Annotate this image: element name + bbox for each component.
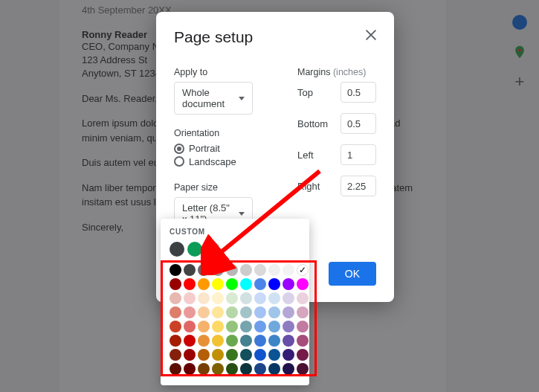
color-swatch[interactable]: [212, 335, 224, 347]
color-swatch[interactable]: [268, 264, 280, 276]
color-swatch[interactable]: [184, 306, 196, 318]
color-swatch[interactable]: [170, 278, 181, 290]
color-swatch[interactable]: [283, 278, 294, 290]
color-swatch[interactable]: [268, 306, 280, 318]
color-swatch[interactable]: [212, 278, 224, 290]
color-swatch[interactable]: [297, 335, 309, 347]
margin-top-label: Top: [297, 87, 313, 98]
color-swatch[interactable]: [240, 306, 252, 318]
color-swatch[interactable]: [254, 278, 266, 290]
color-swatch[interactable]: [268, 363, 280, 375]
color-swatch[interactable]: [226, 292, 238, 304]
color-swatch[interactable]: [283, 349, 294, 361]
color-swatch[interactable]: [170, 349, 181, 361]
margin-bottom-field[interactable]: 0.5: [340, 113, 376, 134]
color-swatch[interactable]: [297, 349, 309, 361]
color-swatch[interactable]: [198, 306, 210, 318]
apply-to-dropdown[interactable]: Whole document: [174, 82, 253, 115]
add-custom-color-button[interactable]: +: [205, 242, 220, 257]
color-swatch[interactable]: [198, 349, 210, 361]
landscape-radio[interactable]: Landscape: [174, 156, 236, 167]
color-swatch[interactable]: [184, 349, 196, 361]
portrait-label: Portrait: [189, 143, 220, 154]
color-swatch[interactable]: [198, 363, 210, 375]
portrait-radio[interactable]: Portrait: [174, 143, 220, 154]
color-swatch[interactable]: [226, 321, 238, 332]
color-swatch[interactable]: [297, 321, 309, 332]
color-swatch[interactable]: [240, 321, 252, 332]
color-swatch[interactable]: [254, 363, 266, 375]
color-swatch[interactable]: [240, 363, 252, 375]
color-swatch[interactable]: [254, 292, 266, 304]
color-swatch[interactable]: [297, 278, 309, 290]
color-swatch[interactable]: [198, 335, 210, 347]
color-swatch[interactable]: [198, 321, 210, 332]
color-swatch[interactable]: [283, 335, 294, 347]
orientation-label: Orientation: [174, 128, 253, 138]
color-swatch[interactable]: [254, 306, 266, 318]
color-swatch[interactable]: [226, 306, 238, 318]
color-swatch[interactable]: [198, 278, 210, 290]
color-swatch[interactable]: [184, 292, 196, 304]
color-swatch[interactable]: [283, 264, 294, 276]
margin-bottom-label: Bottom: [297, 118, 328, 129]
color-swatch[interactable]: [170, 292, 181, 304]
color-swatch[interactable]: [268, 335, 280, 347]
color-swatch[interactable]: [297, 292, 309, 304]
color-swatch[interactable]: [184, 278, 196, 290]
color-swatch[interactable]: [184, 363, 196, 375]
color-swatch[interactable]: [268, 278, 280, 290]
color-swatch[interactable]: [254, 321, 266, 332]
color-swatch[interactable]: [297, 363, 309, 375]
color-swatch[interactable]: [212, 306, 224, 318]
color-swatch[interactable]: [268, 292, 280, 304]
color-swatch[interactable]: [212, 292, 224, 304]
color-swatch[interactable]: ✓: [297, 264, 309, 276]
color-swatch[interactable]: [283, 306, 294, 318]
close-icon[interactable]: [364, 28, 378, 42]
color-picker-panel: CUSTOM + ✓: [161, 219, 309, 385]
color-swatch[interactable]: [283, 321, 294, 332]
color-swatch[interactable]: [283, 292, 294, 304]
custom-color-swatch[interactable]: [187, 242, 202, 257]
color-swatch[interactable]: [212, 264, 224, 276]
color-swatch[interactable]: [226, 363, 238, 375]
color-swatch[interactable]: [254, 335, 266, 347]
margin-left-field[interactable]: 1: [340, 144, 376, 165]
color-swatch[interactable]: [184, 335, 196, 347]
color-swatch[interactable]: [212, 321, 224, 332]
color-swatch[interactable]: [226, 335, 238, 347]
color-swatch[interactable]: [283, 363, 294, 375]
color-swatch[interactable]: [240, 335, 252, 347]
color-swatch[interactable]: [170, 363, 181, 375]
color-swatch[interactable]: [240, 349, 252, 361]
color-swatch[interactable]: [198, 292, 210, 304]
color-swatch[interactable]: [184, 321, 196, 332]
color-swatch[interactable]: [268, 349, 280, 361]
color-swatch[interactable]: [254, 349, 266, 361]
color-swatch[interactable]: [198, 264, 210, 276]
color-swatch[interactable]: [170, 306, 181, 318]
color-swatch[interactable]: [212, 363, 224, 375]
color-swatch[interactable]: [226, 278, 238, 290]
chevron-down-icon: [239, 212, 245, 216]
margin-right-field[interactable]: 2.25: [340, 176, 376, 196]
color-swatch[interactable]: [240, 264, 252, 276]
color-swatch[interactable]: [297, 306, 309, 318]
custom-color-swatch[interactable]: [170, 242, 184, 257]
color-swatch[interactable]: [240, 292, 252, 304]
margin-top-field[interactable]: 0.5: [340, 82, 376, 103]
ok-button[interactable]: OK: [329, 262, 376, 286]
color-swatch[interactable]: [226, 264, 238, 276]
apply-to-value: Whole document: [182, 87, 234, 109]
color-swatch[interactable]: [170, 264, 181, 276]
custom-section-label: CUSTOM: [170, 228, 300, 236]
color-swatch[interactable]: [240, 278, 252, 290]
color-swatch[interactable]: [212, 349, 224, 361]
color-swatch[interactable]: [170, 335, 181, 347]
color-swatch[interactable]: [226, 349, 238, 361]
color-swatch[interactable]: [170, 321, 181, 332]
color-swatch[interactable]: [268, 321, 280, 332]
color-swatch[interactable]: [254, 264, 266, 276]
color-swatch[interactable]: [184, 264, 196, 276]
